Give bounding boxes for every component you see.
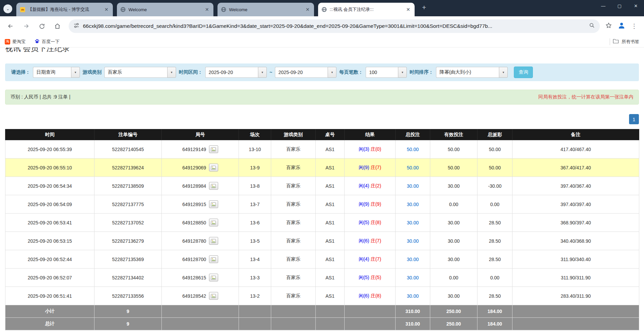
sort-combobox[interactable]: ▼ bbox=[436, 67, 508, 78]
page-number-button[interactable]: 1 bbox=[629, 114, 639, 124]
total-count: 9 bbox=[94, 318, 162, 330]
bookmark-baidu[interactable]: 百度一下 bbox=[34, 38, 59, 45]
round-media-button[interactable] bbox=[209, 164, 218, 171]
game-type-input[interactable] bbox=[104, 67, 167, 78]
empty-cell bbox=[162, 305, 239, 318]
bet-id-cell: 522827140545 bbox=[94, 140, 162, 159]
close-window-button[interactable]: ✕ bbox=[628, 0, 644, 12]
round-media-button[interactable] bbox=[209, 255, 218, 263]
globe-icon bbox=[120, 7, 126, 12]
date-start-input[interactable] bbox=[205, 67, 258, 78]
total-bet-cell: 50.00 bbox=[396, 140, 430, 159]
table-no-cell: AS1 bbox=[316, 287, 345, 305]
tab-close-icon[interactable]: ✕ bbox=[304, 6, 311, 13]
round-number: 649128615 bbox=[182, 275, 206, 280]
minimize-button[interactable]: — bbox=[595, 0, 611, 12]
round-media-button[interactable] bbox=[209, 237, 218, 245]
chevron-down-icon[interactable]: ▼ bbox=[167, 67, 176, 78]
refresh-button[interactable] bbox=[35, 19, 49, 33]
total-bet-link[interactable]: 30.00 bbox=[407, 238, 419, 244]
chevron-down-icon[interactable]: ▼ bbox=[258, 67, 267, 78]
tab-search-button[interactable]: ⌄ bbox=[3, 4, 12, 13]
date-end-input[interactable] bbox=[275, 67, 328, 78]
table-row: 2025-09-20 06:54:34522827138509649128984… bbox=[5, 177, 639, 195]
date-end-combobox[interactable]: ▼ bbox=[275, 67, 336, 78]
bet-id-cell: 522827133556 bbox=[94, 287, 162, 305]
empty-cell bbox=[239, 318, 271, 330]
table-row: 2025-09-20 06:55:39522827140545649129149… bbox=[5, 140, 639, 159]
total-bet-link[interactable]: 30.00 bbox=[407, 293, 419, 299]
round-cell: 649129069 bbox=[162, 159, 239, 177]
total-bet-link[interactable]: 30.00 bbox=[407, 202, 419, 207]
zoom-icon[interactable] bbox=[589, 22, 595, 30]
note-cell: 311.90/340.40 bbox=[512, 250, 639, 269]
chevron-down-icon[interactable]: ▼ bbox=[499, 67, 508, 78]
back-button[interactable] bbox=[3, 19, 18, 33]
query-mode-input[interactable] bbox=[33, 67, 71, 78]
round-media-button[interactable] bbox=[209, 182, 218, 190]
address-bar[interactable]: 66cxkj98.com/game/betrecord_search/kind3… bbox=[69, 19, 600, 33]
search-button[interactable]: 查询 bbox=[514, 67, 533, 78]
globe-icon bbox=[321, 7, 327, 12]
note-cell: 397.40/367.40 bbox=[512, 177, 639, 195]
total-bet-cell: 30.00 bbox=[396, 177, 430, 195]
tab-close-icon[interactable]: ✕ bbox=[204, 6, 210, 13]
all-bookmarks-label: 所有书签 bbox=[622, 39, 639, 45]
new-tab-button[interactable]: + bbox=[419, 3, 429, 12]
total-bet-link[interactable]: 50.00 bbox=[407, 165, 419, 170]
round-number: 649129149 bbox=[182, 147, 206, 152]
tab-close-icon[interactable]: ✕ bbox=[405, 6, 411, 13]
bookmark-taobao[interactable]: 淘 爱淘宝 bbox=[5, 39, 25, 45]
game-cell: 百家乐 bbox=[271, 214, 316, 232]
total-bet-link[interactable]: 30.00 bbox=[407, 257, 419, 262]
round-media-button[interactable] bbox=[209, 145, 218, 153]
result-cell: 闲(5) 庄(8) bbox=[345, 214, 396, 232]
bookmark-star-icon[interactable] bbox=[605, 22, 612, 30]
all-bookmarks[interactable]: 所有书签 bbox=[610, 38, 639, 45]
tab-bet-record-active[interactable]: :::视讯 会员下注纪录::: ✕ bbox=[318, 3, 415, 16]
payout-cell: 0.00 bbox=[477, 269, 512, 287]
empty-cell bbox=[345, 305, 396, 318]
tab-welcome-2[interactable]: Welcome ✕ bbox=[217, 3, 314, 16]
browser-menu-icon[interactable]: ⋮ bbox=[631, 22, 637, 30]
game-type-combobox[interactable]: ▼ bbox=[104, 67, 176, 78]
column-header: 游戏类别 bbox=[271, 129, 316, 140]
valid-bet-cell: 0.00 bbox=[430, 269, 477, 287]
home-button[interactable] bbox=[50, 19, 65, 33]
valid-bet-cell: 30.00 bbox=[430, 250, 477, 269]
forward-button[interactable] bbox=[19, 19, 33, 33]
tab-welcome-1[interactable]: Welcome ✕ bbox=[117, 3, 213, 16]
page-content: 视讯 会员下注纪录 请选择： ▼ 游戏类别 ▼ 时间区间： ▼ ~ ▼ 每页笔数… bbox=[0, 48, 644, 330]
game-type-label: 游戏类别 bbox=[83, 69, 102, 75]
payout-cell: 28.50 bbox=[477, 250, 512, 269]
maximize-button[interactable]: ▢ bbox=[611, 0, 628, 12]
date-start-combobox[interactable]: ▼ bbox=[205, 67, 267, 78]
table-row: 2025-09-20 06:55:10522827139624649129069… bbox=[5, 159, 639, 177]
round-cell: 649128850 bbox=[162, 214, 239, 232]
total-bet-link[interactable]: 30.00 bbox=[407, 183, 419, 189]
page-size-combobox[interactable]: ▼ bbox=[366, 67, 407, 78]
chevron-down-icon[interactable]: ▼ bbox=[328, 67, 336, 78]
chevron-down-icon[interactable]: ▼ bbox=[71, 67, 80, 78]
round-media-button[interactable] bbox=[209, 292, 218, 300]
page-size-input[interactable] bbox=[366, 67, 398, 78]
round-media-button[interactable] bbox=[209, 200, 218, 208]
tab-forum[interactable]: 【新提醒】海燕论坛 - 博学交流 ✕ bbox=[16, 3, 113, 16]
site-settings-icon[interactable] bbox=[73, 22, 80, 30]
column-header: 时间 bbox=[5, 129, 94, 140]
profile-avatar-icon[interactable] bbox=[617, 21, 626, 31]
sort-input[interactable] bbox=[436, 67, 499, 78]
round-media-button[interactable] bbox=[209, 219, 218, 226]
url-text[interactable]: 66cxkj98.com/game/betrecord_search/kind3… bbox=[83, 23, 586, 29]
total-bet-link[interactable]: 30.00 bbox=[407, 220, 419, 225]
game-cell: 百家乐 bbox=[271, 269, 316, 287]
total-bet-link[interactable]: 30.00 bbox=[407, 275, 419, 280]
empty-cell bbox=[512, 318, 639, 330]
total-bet-cell: 30.00 bbox=[396, 195, 430, 214]
tab-close-icon[interactable]: ✕ bbox=[103, 6, 109, 13]
round-cell: 649128915 bbox=[162, 195, 239, 214]
query-mode-combobox[interactable]: ▼ bbox=[33, 67, 80, 78]
chevron-down-icon[interactable]: ▼ bbox=[398, 67, 407, 78]
round-media-button[interactable] bbox=[209, 274, 218, 281]
total-bet-link[interactable]: 50.00 bbox=[407, 147, 419, 152]
